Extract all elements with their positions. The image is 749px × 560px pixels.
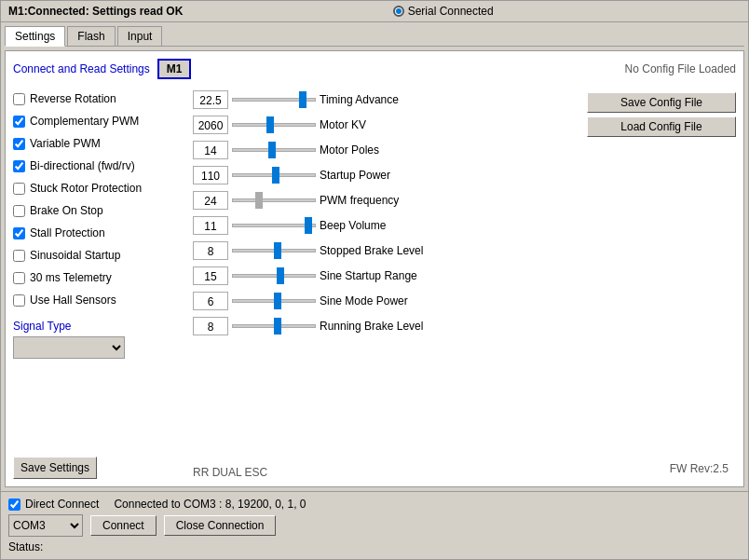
label-beep-volume: Beep Volume	[320, 219, 386, 232]
checkbox-use-hall-sensors[interactable]: Use Hall Sensors	[13, 290, 185, 310]
slider-thumb-motor-poles[interactable]	[268, 142, 276, 158]
slider-sine-mode-power[interactable]	[232, 293, 316, 309]
checkbox-reverse-rotation-label: Reverse Rotation	[30, 92, 116, 105]
save-config-button[interactable]: Save Config File	[587, 92, 736, 113]
main-window: M1:Connected: Settings read OK Serial Co…	[0, 0, 749, 560]
tab-settings[interactable]: Settings	[5, 26, 65, 47]
close-connection-button[interactable]: Close Connection	[164, 515, 277, 536]
checkbox-variable-pwm-input[interactable]	[13, 138, 25, 150]
slider-thumb-timing-advance[interactable]	[299, 91, 306, 108]
checkbox-stall-protection-label: Stall Protection	[30, 226, 105, 239]
signal-type-dropdown[interactable]	[13, 336, 125, 359]
label-sine-startup-range: Sine Startup Range	[320, 269, 417, 282]
checkbox-stall-protection[interactable]: Stall Protection	[13, 223, 185, 243]
fw-rev-label: FW Rev:2.5	[587, 462, 736, 479]
slider-row-motor-kv: 2060 Motor KV	[193, 114, 579, 136]
checkbox-sinusoidal-startup-input[interactable]	[13, 250, 25, 262]
slider-motor-poles[interactable]	[232, 142, 316, 158]
no-config-label: No Config File Loaded	[625, 62, 736, 75]
main-content: Reverse Rotation Complementary PWM Varia…	[13, 89, 736, 479]
main-panel: Connect and Read Settings M1 No Config F…	[5, 50, 744, 487]
checkbox-brake-on-stop[interactable]: Brake On Stop	[13, 200, 185, 221]
tab-flash[interactable]: Flash	[67, 26, 115, 46]
value-beep-volume: 11	[193, 216, 228, 235]
content-area: Settings Flash Input Connect and Read Se…	[1, 22, 748, 491]
slider-thumb-sine-mode-power[interactable]	[274, 293, 281, 309]
tab-bar: Settings Flash Input	[5, 26, 744, 47]
slider-thumb-stopped-brake[interactable]	[274, 242, 281, 259]
checkbox-bidirectional-label: Bi-directional (fwd/rv)	[30, 159, 135, 172]
slider-track-timing-advance	[232, 98, 316, 102]
connect-label: Connect and Read Settings	[13, 62, 150, 75]
slider-track-sine-mode-power	[232, 299, 316, 303]
signal-type-section: Signal Type	[13, 320, 185, 359]
title-bar-left: M1:Connected: Settings read OK	[8, 5, 183, 18]
checkbox-variable-pwm[interactable]: Variable PWM	[13, 133, 185, 154]
label-running-brake: Running Brake Level	[320, 320, 423, 333]
slider-startup-power[interactable]	[232, 167, 316, 184]
checkbox-reverse-rotation-input[interactable]	[13, 93, 25, 105]
serial-connected-label: Serial Connected	[408, 5, 494, 18]
direct-connect-section: Direct Connect	[8, 498, 99, 511]
slider-track-sine-startup-range	[232, 274, 316, 278]
slider-track-running-brake	[232, 324, 316, 328]
m1-button[interactable]: M1	[157, 59, 192, 79]
slider-thumb-beep-volume[interactable]	[305, 217, 312, 234]
slider-track-beep-volume	[232, 224, 316, 227]
value-motor-poles: 14	[193, 141, 228, 159]
checkbox-30ms-telemetry-input[interactable]	[13, 272, 25, 284]
checkbox-stuck-rotor-input[interactable]	[13, 183, 25, 195]
value-motor-kv: 2060	[193, 116, 228, 134]
value-startup-power: 110	[193, 166, 228, 184]
com-port-dropdown[interactable]: COM3	[8, 514, 83, 537]
slider-pwm-frequency[interactable]	[232, 192, 316, 209]
checkbox-complementary-pwm-input[interactable]	[13, 116, 25, 128]
checkbox-complementary-pwm[interactable]: Complementary PWM	[13, 111, 185, 131]
checkbox-stuck-rotor-label: Stuck Rotor Protection	[30, 182, 142, 195]
slider-track-pwm-frequency	[232, 198, 316, 202]
slider-thumb-pwm-frequency[interactable]	[255, 192, 263, 209]
label-pwm-frequency: PWM frequency	[320, 194, 399, 207]
bottom-info: RR DUAL ESC	[193, 458, 579, 479]
checkbox-stuck-rotor[interactable]: Stuck Rotor Protection	[13, 178, 185, 198]
value-running-brake: 8	[193, 317, 228, 335]
slider-sine-startup-range[interactable]	[232, 267, 316, 284]
checkbox-variable-pwm-label: Variable PWM	[30, 137, 101, 150]
label-stopped-brake: Stopped Brake Level	[320, 244, 423, 257]
checkbox-brake-on-stop-input[interactable]	[13, 205, 25, 217]
checkbox-use-hall-sensors-input[interactable]	[13, 294, 25, 307]
checkbox-bidirectional[interactable]: Bi-directional (fwd/rv)	[13, 156, 185, 176]
slider-row-startup-power: 110 Startup Power	[193, 164, 579, 186]
checkbox-bidirectional-input[interactable]	[13, 160, 25, 172]
label-timing-advance: Timing Advance	[320, 93, 399, 106]
left-panel: Reverse Rotation Complementary PWM Varia…	[13, 89, 185, 479]
slider-thumb-startup-power[interactable]	[272, 167, 279, 184]
status-label: Status:	[8, 540, 43, 553]
slider-thumb-sine-startup-range[interactable]	[277, 267, 284, 284]
save-settings-button[interactable]: Save Settings	[13, 457, 97, 479]
slider-row-sine-startup-range: 15 Sine Startup Range	[193, 265, 579, 287]
checkbox-reverse-rotation[interactable]: Reverse Rotation	[13, 89, 185, 109]
direct-connect-checkbox[interactable]	[8, 499, 20, 511]
direct-connect-label: Direct Connect	[25, 498, 99, 511]
right-panel: Save Config File Load Config File FW Rev…	[587, 89, 736, 479]
slider-track-stopped-brake	[232, 249, 316, 253]
slider-stopped-brake[interactable]	[232, 242, 316, 259]
bottom-row1: Direct Connect Connected to COM3 : 8, 19…	[8, 498, 741, 511]
slider-timing-advance[interactable]	[232, 91, 316, 108]
slider-beep-volume[interactable]	[232, 217, 316, 234]
checkbox-30ms-telemetry[interactable]: 30 ms Telemetry	[13, 267, 185, 288]
slider-motor-kv[interactable]	[232, 116, 316, 133]
checkbox-sinusoidal-startup[interactable]: Sinusoidal Startup	[13, 245, 185, 266]
slider-track-motor-kv	[232, 123, 316, 127]
checkbox-stall-protection-input[interactable]	[13, 227, 25, 239]
checkbox-complementary-pwm-label: Complementary PWM	[30, 115, 139, 128]
connect-button[interactable]: Connect	[90, 515, 157, 536]
slider-row-sine-mode-power: 6 Sine Mode Power	[193, 290, 579, 312]
slider-thumb-running-brake[interactable]	[274, 318, 281, 335]
slider-row-stopped-brake: 8 Stopped Brake Level	[193, 239, 579, 262]
slider-thumb-motor-kv[interactable]	[266, 116, 274, 133]
slider-running-brake[interactable]	[232, 318, 316, 335]
tab-input[interactable]: Input	[117, 26, 163, 46]
load-config-button[interactable]: Load Config File	[587, 116, 736, 137]
